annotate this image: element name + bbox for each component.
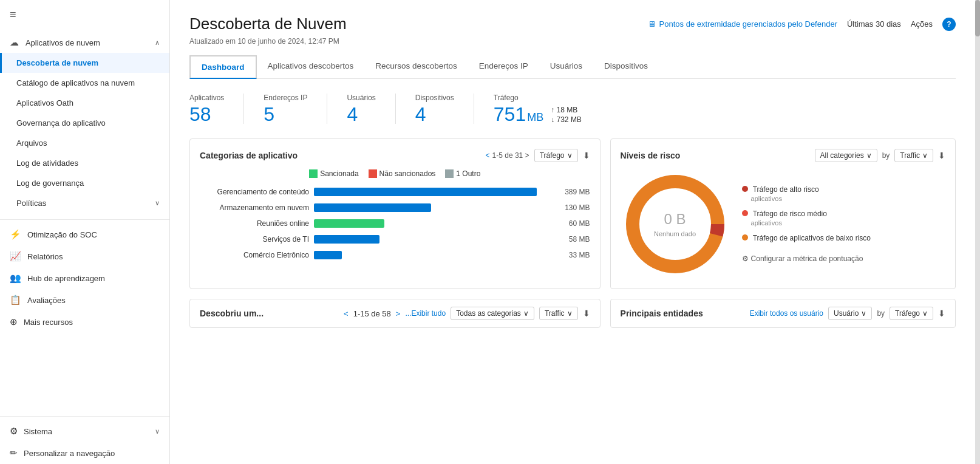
user-dropdown-chevron-icon: ∨ [861,309,866,318]
sidebar-item-soc[interactable]: ⚡ Otimização do SOC [0,223,169,245]
risk-traffic-chevron-icon: ∨ [922,151,928,160]
donut-legend-medium: Tráfego de risco médio aplicativos [742,210,871,227]
sidebar-item-politicas[interactable]: Políticas ∨ [0,193,169,213]
scrollbar-thumb[interactable] [975,0,980,36]
cloud-apps-group-header[interactable]: ☁ Aplicativos de nuvem ∧ [0,32,169,53]
cloud-apps-label: Aplicativos de nuvem [26,38,100,47]
relatorios-icon: 📈 [10,251,21,262]
sidebar-item-descoberta[interactable]: Descoberta de nuvem [0,53,169,73]
donut-wrapper: 0 B Nenhum dado [621,169,730,279]
help-button[interactable]: ? [942,18,956,31]
category-traffic-dropdown[interactable]: Tráfego ∨ [534,149,578,162]
pag-prev-arrow[interactable]: < [486,151,490,160]
category-card-controls: < 1-5 de 31 > Tráfego ∨ ⬇ [486,149,590,162]
stat-enderecos-label: Endereços IP [264,94,307,102]
bottom-left-controls: < 1-15 de 58 > ...Exibir tudo Todas as c… [344,307,590,320]
bottom-categories-chevron-icon: ∨ [523,309,529,318]
high-risk-dot [742,186,748,192]
bottom-trafego-dropdown[interactable]: Tráfego ∨ [890,307,933,320]
legend-nao-sancionada: Não sancionados [369,169,436,178]
bottom-left-title: Descobriu um... [200,309,264,318]
category-card-title: Categorias de aplicativo [200,151,298,160]
low-risk-dot [742,234,748,241]
sidebar-item-governanca[interactable]: Governança do aplicativo [0,113,169,133]
tab-recursos[interactable]: Recursos descobertos [364,55,468,79]
risk-by-label: by [882,151,890,160]
actions-button[interactable]: Ações [911,19,933,29]
bottom-pag-next[interactable]: > [396,309,401,318]
divider-2 [0,416,169,417]
sidebar-item-oauth[interactable]: Aplicativos Oath [0,93,169,113]
tab-usuarios[interactable]: Usuários [539,55,593,79]
sidebar-item-avaliacoes[interactable]: 📋 Avaliações [0,289,169,311]
bar-label-3: Serviços de TI [200,235,309,244]
bottom-categories-dropdown[interactable]: Todas as categorias ∨ [451,307,534,320]
defender-icon: 🖥 [648,19,656,29]
traffic-unit: MB [527,111,543,124]
sidebar-item-catalogo[interactable]: Catálogo de aplicativos na nuvem [0,73,169,93]
bar-container-3 [314,235,549,244]
sidebar-item-log-governanca[interactable]: Log de governança [0,173,169,193]
risk-download-button[interactable]: ⬇ [938,151,945,160]
cards-row: Categorias de aplicativo < 1-5 de 31 > T… [189,138,956,289]
scrollbar[interactable] [975,0,980,464]
category-card-header: Categorias de aplicativo < 1-5 de 31 > T… [200,149,590,162]
bottom-right-download-button[interactable]: ⬇ [938,309,945,318]
defender-link[interactable]: 🖥 Pontos de extremidade gerenciados pelo… [648,19,837,29]
configure-metric-link[interactable]: ⚙ Configurar a métrica de pontuação [742,254,871,263]
divider-1 [0,219,169,220]
sidebar-item-arquivos[interactable]: Arquivos [0,133,169,153]
risk-card-header: Níveis de risco All categories ∨ by Traf… [621,149,945,162]
high-risk-sub: aplicativos [751,195,871,202]
bottom-right-title: Principais entidades [621,309,703,318]
sidebar-item-personalizar[interactable]: ✏ Personalizar a navegação [0,442,169,464]
bottom-pag-text: 1-15 de 58 [353,309,391,318]
stats-row: Aplicativos 58 Endereços IP 5 Usuários 4… [189,94,956,124]
hamburger-menu[interactable]: ≡ [0,0,169,30]
hub-icon: 👥 [10,273,21,284]
stat-dispositivos-label: Dispositivos [415,94,454,102]
donut-legend-low: Tráfego de aplicativos de baixo risco [742,234,871,242]
soc-icon: ⚡ [10,229,21,240]
bar-segment-green-2 [314,219,384,228]
sidebar-item-hub[interactable]: 👥 Hub de aprendizagem [0,267,169,289]
stat-usuarios: Usuários 4 [347,94,395,124]
bottom-pag-prev[interactable]: < [344,309,349,318]
bar-segment-blue-1 [314,203,431,212]
cloud-icon: ☁ [10,37,19,47]
risk-traffic-dropdown[interactable]: Traffic ∨ [894,149,933,162]
stat-usuarios-value: 4 [347,104,375,124]
bottom-by-label: by [877,309,885,318]
exibir-tudo-link[interactable]: ...Exibir tudo [405,309,446,318]
sidebar-item-mais-recursos[interactable]: ⊕ Mais recursos [0,311,169,333]
tab-aplicativos[interactable]: Aplicativos descobertos [257,55,365,79]
period-label[interactable]: Últimas 30 dias [847,19,901,29]
tab-dashboard[interactable]: Dashboard [189,55,257,79]
dropdown-chevron-icon: ∨ [567,151,573,160]
risk-categories-dropdown[interactable]: All categories ∨ [815,149,877,162]
tab-enderecos[interactable]: Endereços IP [468,55,539,79]
bar-label-4: Comércio Eletrônico [200,251,309,259]
bar-chart: Gerenciamento de conteúdo 389 MB Armazen… [200,188,590,259]
donut-legend-high: Tráfego de alto risco aplicativos [742,185,871,202]
bottom-traffic-dropdown[interactable]: Traffic ∨ [539,307,578,320]
bottom-left-download-button[interactable]: ⬇ [583,309,590,318]
bottom-left-card: Descobriu um... < 1-15 de 58 > ...Exibir… [189,299,601,328]
category-download-button[interactable]: ⬇ [583,151,590,160]
bottom-right-card: Principais entidades Exibir todos os usu… [610,299,956,328]
sidebar-item-log-atividades[interactable]: Log de atividades [0,153,169,173]
chevron-up-icon: ∧ [155,39,160,47]
traffic-block: 751 MB ↑ 18 MB ↓ 732 MB [494,104,582,124]
stat-dispositivos: Dispositivos 4 [415,94,474,124]
stat-enderecos: Endereços IP 5 [264,94,327,124]
tab-dispositivos[interactable]: Dispositivos [593,55,659,79]
bottom-traffic-chevron-icon: ∨ [567,309,573,318]
sidebar-item-relatorios[interactable]: 📈 Relatórios [0,245,169,267]
donut-card: 0 B Nenhum dado Tráfego de alto risco ap… [621,169,945,279]
sidebar-item-sistema[interactable]: ⚙ Sistema ∨ [0,420,169,442]
cloud-apps-section: ☁ Aplicativos de nuvem ∧ Descoberta de n… [0,30,169,216]
donut-legend: Tráfego de alto risco aplicativos Tráfeg… [742,185,871,263]
bottom-user-dropdown[interactable]: Usuário ∨ [828,307,872,320]
exibir-usuarios-link[interactable]: Exibir todos os usuário [750,309,823,318]
page-header: Descoberta de Nuvem 🖥 Pontos de extremid… [189,15,956,33]
